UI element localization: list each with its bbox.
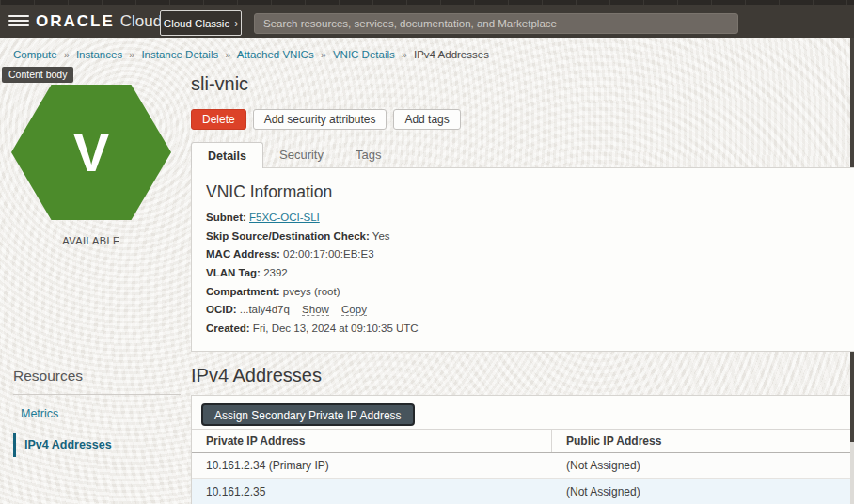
breadcrumb-compute[interactable]: Compute [13,49,57,60]
table-row[interactable]: 10.161.2.35 (Not Assigned) [192,479,854,504]
sidebar-item-metrics[interactable]: Metrics [13,402,181,426]
actions-row: Delete Add security attributes Add tags [191,109,461,130]
breadcrumb-instances[interactable]: Instances [76,49,122,60]
resources-heading: Resources [13,368,181,385]
public-ip-value: (Not Assigned) [552,453,854,478]
vnic-information-heading: VNIC Information [206,182,854,202]
breadcrumb-instance-details[interactable]: Instance Details [141,49,218,60]
field-mac-address: MAC Address: 02:00:17:00:EB:E3 [206,248,854,260]
column-header-public-ip: Public IP Address [552,430,854,452]
status-badge: AVAILABLE [11,235,171,246]
add-tags-button[interactable]: Add tags [393,109,460,130]
resources-section: Resources Metrics IPv4 Addresses [13,368,181,457]
breadcrumb-separator: » [402,49,407,60]
tab-security[interactable]: Security [263,142,340,168]
table-row[interactable]: 10.161.2.34 (Primary IP) (Not Assigned) [192,453,854,479]
content-body-tooltip: Content body [2,67,73,83]
logo-cloud-text: Cloud [120,12,162,31]
page-title: sli-vnic [191,73,248,95]
breadcrumb-separator: » [64,49,70,60]
delete-button[interactable]: Delete [191,109,246,130]
field-vlan-tag: VLAN Tag: 2392 [206,267,854,279]
field-compartment: Compartment: pveys (root) [206,286,854,298]
breadcrumb-attached-vnics[interactable]: Attached VNICs [237,49,314,60]
breadcrumb-separator: » [321,49,326,60]
private-ip-value: 10.161.2.35 [192,479,552,504]
add-security-attributes-button[interactable]: Add security attributes [253,109,387,130]
menu-icon[interactable] [8,12,29,29]
ipv4-table: Private IP Address Public IP Address 10.… [192,429,854,504]
oracle-cloud-logo: ORACLE Cloud [36,10,162,33]
logo-oracle-text: ORACLE [36,12,115,31]
ipv4-table-header: Private IP Address Public IP Address [192,429,854,453]
field-skip-check: Skip Source/Destination Check: Yes [206,230,854,243]
private-ip-value: 10.161.2.34 (Primary IP) [192,453,552,478]
tab-details[interactable]: Details [191,142,263,168]
field-subnet: Subnet: F5XC-OCI-SLI [206,212,854,224]
public-ip-value: (Not Assigned) [552,479,854,504]
field-created: Created: Fri, Dec 13, 2024 at 09:10:35 U… [206,323,854,335]
chevron-right-icon: › [234,17,238,30]
tab-tags[interactable]: Tags [340,142,397,168]
details-panel: VNIC Information Subnet: F5XC-OCI-SLI Sk… [191,167,854,352]
assign-secondary-private-ip-button[interactable]: Assign Secondary Private IP Address [201,403,415,426]
vnic-information-fields: Subnet: F5XC-OCI-SLI Skip Source/Destina… [206,212,854,334]
vnic-initial-letter: V [73,125,110,180]
subnet-link[interactable]: F5XC-OCI-SLI [249,212,320,223]
breadcrumb: Compute » Instances » Instance Details »… [13,49,489,60]
breadcrumb-separator: » [225,49,230,60]
cloud-classic-button[interactable]: Cloud Classic › [160,10,242,36]
sidebar-item-ipv4-addresses[interactable]: IPv4 Addresses [13,433,181,457]
column-header-private-ip: Private IP Address [192,430,552,452]
vnic-status-hexagon-icon: V [11,85,171,220]
oracle-cloud-console: ORACLE Cloud Cloud Classic › Compute » I… [0,0,854,504]
breadcrumb-separator: » [129,49,134,60]
breadcrumb-ipv4-addresses: IPv4 Addresses [414,49,489,60]
ipv4-addresses-heading: IPv4 Addresses [191,365,322,386]
search-input[interactable] [254,13,738,34]
ocid-show-link[interactable]: Show [302,304,329,316]
tab-bar: Details Security Tags [191,142,397,168]
ipv4-addresses-panel: Assign Secondary Private IP Address Priv… [191,395,854,504]
ocid-copy-link[interactable]: Copy [341,304,367,316]
resources-divider [13,394,181,395]
breadcrumb-vnic-details[interactable]: VNIC Details [333,49,395,60]
topbar: ORACLE Cloud Cloud Classic › [0,5,854,38]
field-ocid: OCID: ...taly4d7q Show Copy [206,304,854,316]
